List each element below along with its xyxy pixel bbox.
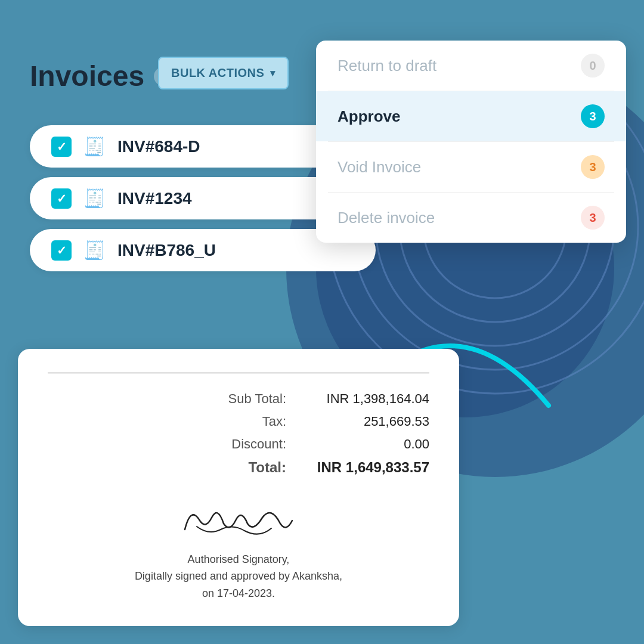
signature-image (167, 494, 310, 541)
discount-value: 0.00 (310, 436, 429, 452)
check-icon-3: ✓ (57, 243, 67, 258)
badge-approve: 3 (581, 104, 605, 128)
invoice-id-3: INV#B786_U (117, 241, 216, 260)
dropdown-item-return-to-draft[interactable]: Return to draft 0 (316, 41, 626, 91)
dropdown-item-delete-invoice[interactable]: Delete invoice 3 (316, 193, 626, 243)
sub-total-row: Sub Total: INR 1,398,164.04 (48, 391, 429, 407)
invoice-icon-3: 🧾 (83, 240, 106, 261)
invoice-icon-1: 🧾 (83, 136, 106, 157)
sub-total-value: INR 1,398,164.04 (310, 391, 429, 407)
page-content: Invoices ℹ BULK ACTIONS ▾ Return to draf… (0, 0, 644, 644)
dropdown-item-label-approve: Approve (338, 107, 400, 126)
page-title: Invoices (30, 60, 144, 92)
check-icon-1: ✓ (57, 140, 67, 154)
doc-totals-table: Sub Total: INR 1,398,164.04 Tax: 251,669… (48, 391, 429, 476)
chevron-down-icon: ▾ (270, 67, 275, 79)
doc-top-divider (48, 373, 429, 373)
invoice-id-1: INV#684-D (117, 137, 200, 156)
tax-label: Tax: (215, 414, 286, 429)
checkbox-2[interactable]: ✓ (51, 188, 72, 209)
bulk-actions-button[interactable]: BULK ACTIONS ▾ (158, 57, 289, 89)
signatory-text: Authorised Signatory, Digitally signed a… (135, 551, 342, 602)
dropdown-item-label-delete-invoice: Delete invoice (338, 209, 435, 227)
bulk-actions-dropdown: Return to draft 0 Approve 3 Void Invoice… (316, 41, 626, 243)
tax-value: 251,669.53 (310, 414, 429, 429)
sub-total-label: Sub Total: (215, 391, 286, 407)
invoice-id-2: INV#1234 (117, 189, 192, 208)
badge-return-to-draft: 0 (581, 54, 605, 78)
total-row: Total: INR 1,649,833.57 (48, 459, 429, 476)
discount-label: Discount: (215, 436, 286, 452)
checkbox-1[interactable]: ✓ (51, 137, 72, 157)
discount-row: Discount: 0.00 (48, 436, 429, 452)
tax-row: Tax: 251,669.53 (48, 414, 429, 429)
signature-area: Authorised Signatory, Digitally signed a… (48, 494, 429, 602)
invoice-icon-2: 🧾 (83, 188, 106, 209)
dropdown-item-void-invoice[interactable]: Void Invoice 3 (316, 142, 626, 192)
badge-void-invoice: 3 (581, 155, 605, 179)
total-value: INR 1,649,833.57 (310, 459, 429, 476)
page-header: Invoices ℹ (30, 60, 173, 92)
invoice-document: Sub Total: INR 1,398,164.04 Tax: 251,669… (18, 349, 459, 626)
dropdown-item-label-void-invoice: Void Invoice (338, 158, 421, 177)
dropdown-item-label-return-to-draft: Return to draft (338, 57, 436, 75)
checkbox-3[interactable]: ✓ (51, 240, 72, 261)
bulk-actions-label: BULK ACTIONS (171, 66, 264, 80)
total-label: Total: (215, 459, 286, 476)
dropdown-item-approve[interactable]: Approve 3 (316, 91, 626, 141)
badge-delete-invoice: 3 (581, 206, 605, 230)
check-icon-2: ✓ (57, 191, 67, 206)
